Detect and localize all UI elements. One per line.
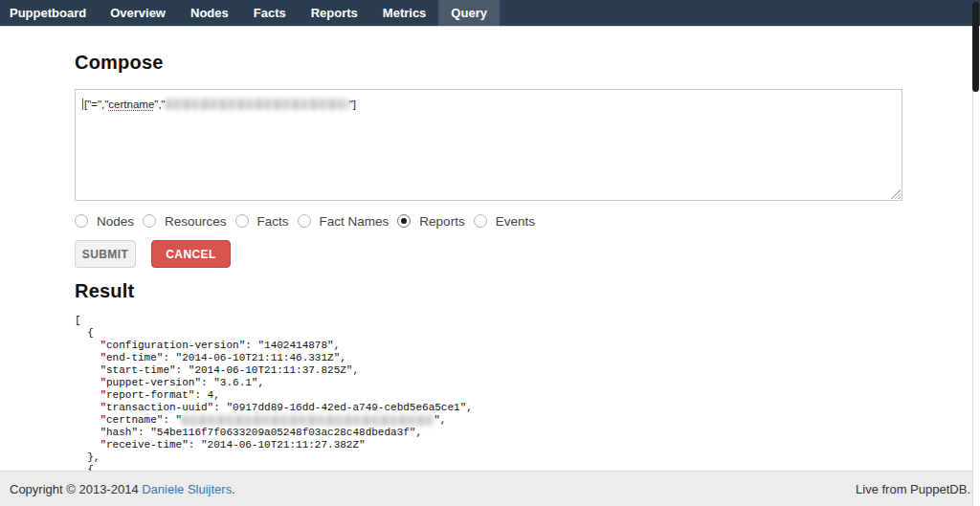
submit-button[interactable]: SUBMIT [75, 240, 136, 268]
json-line: { [75, 327, 473, 340]
radio-option-nodes[interactable]: Nodes [75, 214, 134, 229]
nav-item-nodes[interactable]: Nodes [178, 0, 241, 26]
nav-brand-puppetboard[interactable]: Puppetboard [0, 0, 98, 26]
radio-icon-events[interactable] [474, 214, 487, 228]
result-heading: Result [75, 280, 134, 302]
text-caret [82, 99, 83, 110]
json-line: "transaction-uuid": "0917dd89-16dd-42ed-… [75, 402, 473, 414]
radio-label-fact-names: Fact Names [320, 214, 390, 229]
certname-close: ", [434, 414, 446, 426]
radio-label-reports: Reports [419, 214, 464, 229]
radio-option-reports[interactable]: Reports [397, 214, 464, 229]
json-line: "receive-time": "2014-06-10T21:11:27.382… [75, 439, 473, 451]
compose-heading: Compose [75, 52, 164, 74]
top-nav: Puppetboard Overview Nodes Facts Reports… [0, 0, 980, 26]
json-line: "configuration-version": "1402414878", [75, 340, 473, 352]
nav-item-query-active[interactable]: Query [438, 0, 500, 26]
json-line-certname: "certname": "", [75, 414, 473, 427]
action-buttons: SUBMIT CANCEL [75, 240, 231, 268]
footer: Copyright © 2013-2014 Daniele Sluijters.… [0, 471, 980, 506]
puppetboard-query-page: Puppetboard Overview Nodes Facts Reports… [0, 0, 980, 506]
redacted-certname-json [182, 415, 434, 426]
copyright-prefix: Copyright © 2013-2014 [10, 482, 142, 496]
query-prefix: ["="," [84, 99, 108, 110]
radio-icon-resources[interactable] [143, 214, 156, 228]
radio-icon-nodes[interactable] [75, 214, 88, 228]
radio-label-facts: Facts [257, 214, 289, 229]
radio-label-events: Events [496, 214, 535, 229]
copyright-suffix: . [232, 482, 235, 496]
nav-item-metrics[interactable]: Metrics [370, 0, 439, 26]
radio-icon-fact-names[interactable] [298, 214, 311, 228]
radio-option-resources[interactable]: Resources [143, 214, 227, 229]
redacted-certname-value [166, 99, 349, 110]
cancel-button[interactable]: CANCEL [151, 240, 231, 268]
radio-option-facts[interactable]: Facts [235, 214, 289, 229]
scrollbar-track[interactable] [972, 26, 980, 506]
json-line: "report-format": 4, [75, 389, 473, 402]
radio-option-events[interactable]: Events [474, 214, 535, 229]
query-textarea[interactable]: ["=","certname",""] [75, 89, 902, 201]
query-certname-key: certname [108, 99, 154, 110]
nav-item-reports[interactable]: Reports [299, 0, 370, 26]
nav-item-facts[interactable]: Facts [241, 0, 299, 26]
endpoint-radio-group: Nodes Resources Facts Fact Names Reports… [75, 213, 544, 229]
query-mid: "," [154, 99, 165, 110]
radio-label-resources: Resources [165, 214, 227, 229]
json-line: "start-time": "2014-06-10T21:11:37.825Z"… [75, 364, 473, 377]
json-line: }, [75, 451, 473, 464]
json-line: "hash": "54be116f7f0633209a05248f03ac28c… [75, 427, 473, 439]
query-text: ["=","certname",""] [76, 90, 902, 110]
author-link[interactable]: Daniele Sluijters [142, 482, 232, 496]
radio-option-fact-names[interactable]: Fact Names [298, 214, 390, 229]
result-json-output: [ { "configuration-version": "1402414878… [75, 315, 473, 476]
json-line: "end-time": "2014-06-10T21:11:46.331Z", [75, 352, 473, 364]
radio-icon-reports-selected[interactable] [397, 214, 411, 228]
puppetdb-status-text: Live from PuppetDB. [856, 482, 970, 496]
textarea-resize-grip[interactable] [890, 188, 901, 199]
json-line: [ [75, 315, 473, 327]
nav-item-overview[interactable]: Overview [98, 0, 178, 26]
json-line: "puppet-version": "3.6.1", [75, 377, 473, 389]
query-suffix: "] [349, 99, 356, 110]
radio-icon-facts[interactable] [235, 214, 249, 228]
scrollbar-thumb[interactable] [972, 2, 979, 92]
copyright-text: Copyright © 2013-2014 Daniele Sluijters. [10, 482, 235, 496]
certname-key: "certname": " [75, 414, 182, 426]
radio-label-nodes: Nodes [97, 214, 134, 229]
